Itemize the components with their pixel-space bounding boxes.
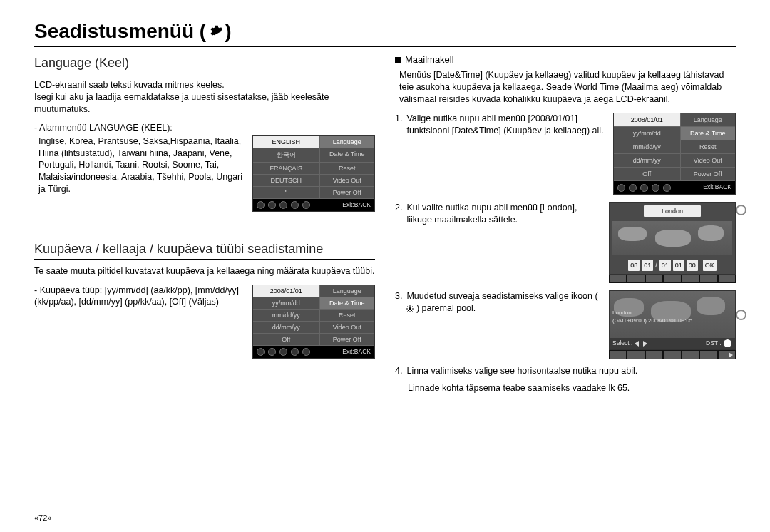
step-text: Valige nutika nupu abil menüü [2008/01/0… — [406, 113, 609, 195]
footer-icon — [268, 201, 276, 209]
menu-item[interactable]: Date & Time — [320, 148, 375, 163]
menu-item[interactable]: Reset — [320, 310, 375, 322]
worldclock-title: Maailmakell — [395, 54, 736, 65]
menu-item[interactable]: FRANÇAIS — [253, 163, 320, 175]
menu-item[interactable]: Language — [320, 136, 375, 148]
svg-marker-10 — [643, 341, 647, 347]
dial-handle-icon[interactable] — [736, 205, 746, 215]
menu-item[interactable]: Power Off — [320, 334, 375, 346]
menu-item[interactable]: dd/mm/yy — [253, 322, 320, 334]
footer-icon — [257, 348, 265, 356]
footer-icon — [291, 348, 299, 356]
menu-item[interactable]: ENGLISH — [253, 136, 320, 148]
gear-icon — [207, 24, 223, 39]
svg-line-6 — [411, 310, 413, 312]
exit-label[interactable]: Exit:BACK — [342, 201, 371, 208]
menu-item[interactable]: Power Off — [681, 168, 736, 181]
more-info: Linnade kohta täpsema teabe saamiseks va… — [395, 382, 736, 394]
ok-button[interactable]: OK — [703, 260, 717, 271]
left-arrow-icon — [635, 341, 640, 347]
language-menu-widget: ENGLISH Language 한국어 Date & Time FRANÇAI… — [252, 135, 375, 212]
menu-item[interactable]: Language — [681, 113, 736, 127]
date-menu-widget: 2008/01/01 Language yy/mm/dd Date & Time… — [252, 285, 375, 359]
svg-line-5 — [408, 306, 409, 307]
menu-item[interactable]: Off — [253, 334, 320, 346]
language-heading: Language (Keel) — [34, 56, 375, 73]
worldclock-menu-widget: 2008/01/01 Language yy/mm/dd Date & Time… — [613, 113, 736, 195]
menu-item[interactable]: Video Out — [320, 175, 375, 187]
dst-label: DST : — [706, 339, 722, 347]
title-close: ) — [225, 20, 231, 43]
select-label: Select : — [612, 339, 632, 347]
step-text: Linna valimiseks valige see horisontaals… — [406, 365, 736, 377]
menu-item[interactable]: dd/mm/yy — [614, 154, 681, 168]
sun-icon — [406, 305, 414, 312]
menu-item[interactable]: 2008/01/01 — [253, 285, 320, 297]
menu-item[interactable]: Video Out — [681, 154, 736, 168]
footer-icon — [302, 348, 310, 356]
footer-icon — [629, 184, 637, 192]
footer-icon — [291, 201, 299, 209]
time-segment[interactable]: 00 — [687, 260, 698, 271]
menu-item[interactable]: Off — [614, 168, 681, 181]
play-icon[interactable] — [718, 350, 736, 359]
svg-marker-9 — [635, 341, 639, 347]
worldclock-intro: Menüüs [Date&Time] (Kuupäev ja kellaaeg)… — [395, 69, 736, 106]
menu-item[interactable]: Reset — [681, 140, 736, 154]
language-submenu-label: - Alammenüü LANGUAGE (KEEL): — [34, 123, 375, 133]
menu-item[interactable]: Date & Time — [320, 297, 375, 310]
date-intro: Te saate muuta piltidel kuvatavat kuupäe… — [34, 265, 375, 277]
time-sep: / — [655, 261, 657, 270]
time-segment[interactable]: 01 — [659, 260, 671, 271]
footer-icon — [652, 184, 659, 192]
dial-handle-icon[interactable] — [736, 310, 746, 320]
menu-item[interactable]: " — [253, 187, 320, 199]
step-number: 1. — [395, 113, 402, 195]
footer-icon — [617, 184, 625, 192]
page-number: «72» — [34, 513, 51, 522]
menu-item[interactable]: Date & Time — [681, 127, 736, 140]
footer-icon — [302, 201, 310, 209]
menu-item[interactable]: mm/dd/yy — [614, 140, 681, 154]
step-text: Kui valite nutika nupu abil menüü [Londo… — [406, 202, 605, 283]
step-number: 2. — [395, 202, 402, 283]
menu-item[interactable]: yy/mm/dd — [253, 297, 320, 310]
footer-icon — [268, 348, 276, 356]
date-heading: Kuupäeva / kellaaja / kuupäeva tüübi sea… — [34, 242, 375, 260]
language-intro: LCD-ekraanil saab teksti kuvada mitmes k… — [34, 79, 375, 116]
time-row: 08 01 / 01 01 00 OK — [612, 260, 732, 271]
title-text: Seadistusmenüü ( — [34, 20, 206, 43]
date-type-block: - Kuupäeva tüüp: [yy/mm/dd] (aa/kk/pp), … — [34, 285, 247, 309]
date-type-label: - Kuupäeva tüüp: — [34, 285, 102, 295]
sun-icon[interactable] — [724, 340, 731, 347]
menu-item[interactable]: Video Out — [320, 322, 375, 334]
footer-icon — [640, 184, 648, 192]
footer-icon — [279, 348, 287, 356]
footer-icon — [279, 201, 287, 209]
exit-label[interactable]: Exit:BACK — [342, 348, 371, 355]
menu-item[interactable]: 한국어 — [253, 148, 320, 163]
menu-item[interactable]: 2008/01/01 — [614, 113, 681, 127]
step-number: 4. — [395, 365, 402, 377]
menu-item[interactable]: Reset — [320, 163, 375, 175]
world-map[interactable]: London (GMT+09:00) 2008/01/01 09:05 — [610, 291, 735, 338]
footer-icon — [663, 184, 671, 192]
world-map[interactable] — [612, 221, 732, 255]
menu-item[interactable]: DEUTSCH — [253, 175, 320, 187]
footer-icon — [257, 201, 265, 209]
menu-item[interactable]: Power Off — [320, 187, 375, 199]
city-small: London — [612, 310, 692, 317]
right-column: Maailmakell Menüüs [Date&Time] (Kuupäev … — [395, 54, 736, 401]
exit-label[interactable]: Exit:BACK — [703, 183, 732, 191]
square-bullet-icon — [395, 57, 401, 63]
tz-info: (GMT+09:00) 2008/01/01 09:05 — [612, 317, 692, 325]
menu-item[interactable]: yy/mm/dd — [614, 127, 681, 140]
menu-item[interactable]: mm/dd/yy — [253, 310, 320, 322]
step-number: 3. — [395, 290, 402, 359]
time-segment[interactable]: 01 — [673, 260, 684, 271]
menu-item[interactable]: Language — [320, 285, 375, 297]
time-segment[interactable]: 08 — [628, 260, 640, 271]
film-strip — [609, 274, 736, 283]
city-label: London — [644, 205, 701, 217]
time-segment[interactable]: 01 — [642, 260, 653, 271]
